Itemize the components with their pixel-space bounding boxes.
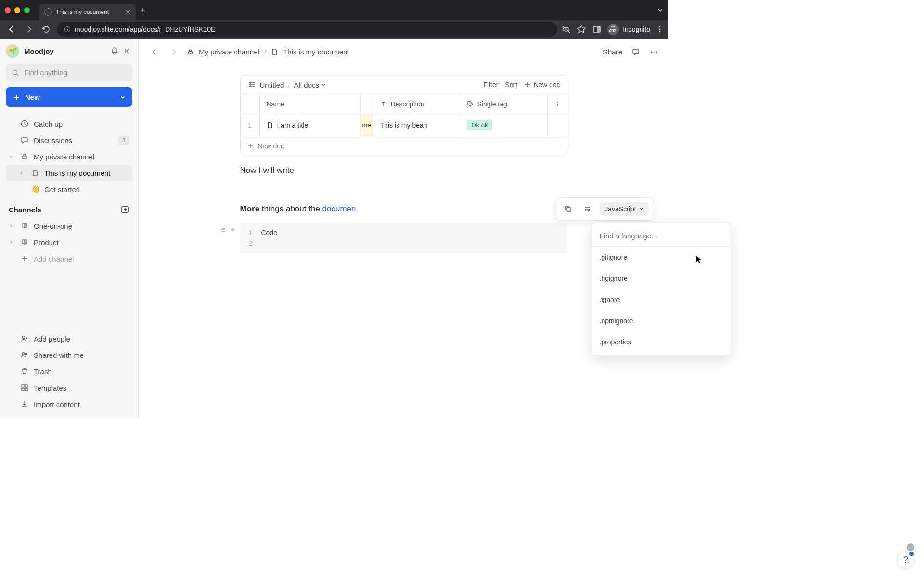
block-drag-handle[interactable] [220,226,236,233]
browser-menu-icon[interactable] [656,26,664,33]
sidebar-item-templates[interactable]: Templates [6,380,132,396]
language-search-input[interactable] [600,232,723,240]
close-window-button[interactable] [5,7,11,13]
new-button[interactable]: New [6,87,132,107]
panel-icon[interactable] [592,25,602,34]
move-icon [230,226,236,233]
column-header-name[interactable]: Name [260,94,361,114]
column-header-description[interactable]: Description [373,94,460,114]
search-input[interactable]: Find anything [6,64,132,81]
sidebar-item-private-channel[interactable]: My private channel [6,148,132,165]
new-doc-button[interactable]: New doc [524,81,560,89]
maximize-window-button[interactable] [24,7,30,13]
sidebar-item-get-started[interactable]: 👋 Get started [6,181,132,197]
line-number: 1 [247,229,253,236]
breadcrumb-doc[interactable]: This is my document [283,48,349,56]
table-row[interactable]: 1 I am a title me This is my bean Ok o [241,114,567,136]
eye-off-icon[interactable] [561,25,571,34]
filter-button[interactable]: Filter [483,81,498,89]
sidebar-item-catch-up[interactable]: Catch up [6,116,132,132]
language-option[interactable]: .gitignore [592,247,731,268]
share-button[interactable]: Share [603,48,622,56]
sidebar-item-trash[interactable]: Trash [6,363,132,380]
bookmark-star-icon[interactable] [577,25,586,34]
more-menu-icon[interactable] [649,47,659,57]
breadcrumb-channel[interactable]: My private channel [199,48,259,56]
tab-dropdown-button[interactable] [657,7,664,13]
document-icon [31,169,39,177]
sidebar-item-one-on-one[interactable]: One-on-one [6,218,132,234]
svg-rect-8 [23,156,26,159]
sidebar-item-add-channel[interactable]: Add channel [6,250,132,267]
comment-icon[interactable] [631,47,641,57]
language-option[interactable]: .npmignore [592,310,731,331]
cell-tag[interactable]: Ok ok [460,114,548,136]
browser-tab[interactable]: This is my document [39,4,136,20]
breadcrumb-separator: / [264,48,266,56]
language-option[interactable]: .hgignore [592,268,731,289]
language-option[interactable]: .ignore [592,289,731,310]
reload-button[interactable] [39,23,53,36]
column-header-tag[interactable]: Single tag [460,94,548,114]
separator: / [288,81,290,89]
expand-chevron-icon[interactable] [9,240,15,245]
sidebar-item-add-people[interactable]: Add people [6,330,132,347]
sidebar-item-discussions[interactable]: Discussions 1 [6,132,132,148]
cell-name[interactable]: I am a title [260,114,361,136]
incognito-indicator[interactable]: Incognito [607,24,650,35]
language-selector[interactable]: JavaScript [600,202,648,216]
back-button[interactable] [5,23,18,36]
collapse-sidebar-icon[interactable] [124,47,132,55]
svg-point-19 [654,51,655,53]
language-search[interactable] [592,226,731,247]
address-bar[interactable]: moodjoy.slite.com/app/docs/r_DHzUYfHSK10… [57,22,557,37]
line-number: 2 [247,239,253,247]
minimize-window-button[interactable] [14,7,20,13]
paragraph[interactable]: More things about the documen [240,204,567,214]
expand-chevron-icon[interactable] [9,223,15,228]
sidebar-item-shared[interactable]: Shared with me [6,347,132,363]
sidebar-item-product[interactable]: Product [6,234,132,250]
copy-code-button[interactable] [561,202,576,216]
topbar: My private channel / This is my document… [139,39,668,66]
add-row-button[interactable]: New doc [241,136,567,156]
link-text: documen [322,204,356,213]
nav-back-button[interactable] [148,46,161,58]
text: things about the [259,204,322,213]
add-user-icon [20,334,29,343]
add-channel-icon[interactable] [121,205,129,214]
forward-button[interactable] [22,23,36,36]
svg-rect-17 [189,52,192,54]
help-button[interactable]: ? [897,551,914,568]
sidebar-item-current-doc[interactable]: This is my document [6,165,132,181]
sort-button[interactable]: Sort [505,81,517,89]
expand-chevron-icon[interactable] [9,154,15,159]
sidebar-item-import[interactable]: Import content [6,396,132,412]
close-tab-button[interactable] [125,9,131,15]
notifications-icon[interactable] [110,47,119,55]
table-title[interactable]: Untitled [260,81,284,89]
cell-remnant: me [361,114,373,136]
url-text: moodjoy.slite.com/app/docs/r_DHzUYfHSK10… [75,26,215,33]
users-icon [20,351,29,359]
language-option[interactable]: .properties [592,331,731,353]
column-label: Description [391,100,424,108]
new-tab-button[interactable]: + [141,5,146,15]
wrap-code-button[interactable] [580,202,595,216]
site-info-icon[interactable] [64,26,71,33]
new-doc-label: New doc [534,81,560,89]
sidebar-item-label: Templates [34,384,66,392]
view-selector[interactable]: All docs [294,81,326,89]
expand-chevron-icon[interactable] [19,171,26,175]
sidebar-item-label: Product [34,238,59,247]
cell-value: I am a title [277,121,308,129]
browser-tab-bar: This is my document + [0,0,668,20]
svg-rect-2 [597,26,600,32]
code-block[interactable]: 1 Code 2 [240,223,567,253]
column-more-button[interactable] [548,94,567,114]
plus-icon [20,254,29,263]
nav-forward-button[interactable] [167,46,180,58]
cell-description[interactable]: This is my bean [373,114,460,136]
paragraph[interactable]: Now I will write [240,166,567,175]
workspace-switcher[interactable]: 🌱 Moodjoy [6,44,132,58]
